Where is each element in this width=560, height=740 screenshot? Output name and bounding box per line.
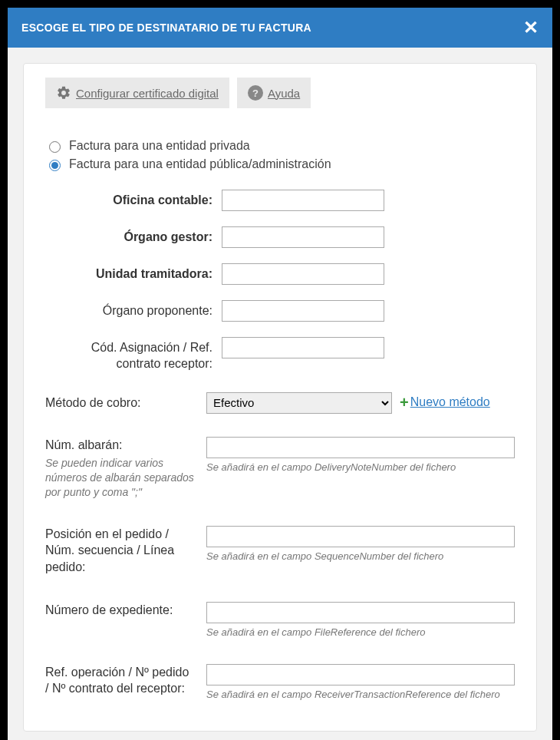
- posicion-input[interactable]: [206, 526, 515, 547]
- cod-asignacion-label: Cód. Asignación / Ref. contrato receptor…: [71, 337, 222, 372]
- modal-dialog: ESCOGE EL TIPO DE DESTINATARIO DE TU FAC…: [8, 8, 552, 740]
- cod-asignacion-input[interactable]: [222, 337, 384, 358]
- gear-icon: [56, 85, 71, 101]
- oficina-contable-input[interactable]: [222, 190, 384, 211]
- organo-gestor-input[interactable]: [222, 226, 384, 248]
- organo-proponente-label: Órgano proponente:: [71, 300, 222, 319]
- payment-method-label: Método de cobro:: [45, 395, 206, 411]
- radio-private-label: Factura para una entidad privada: [69, 139, 250, 153]
- organo-proponente-input[interactable]: [222, 300, 384, 322]
- main-panel: Configurar certificado digital ? Ayuda F…: [23, 63, 537, 732]
- expediente-label-col: Número de expediente:: [45, 602, 206, 619]
- ref-operacion-label-col: Ref. operación / Nº pedido / Nº contrato…: [45, 664, 206, 697]
- plus-icon: +: [400, 394, 409, 411]
- modal-title: ESCOGE EL TIPO DE DESTINATARIO DE TU FAC…: [21, 21, 311, 34]
- recipient-type-group: Factura para una entidad privada Factura…: [45, 139, 515, 171]
- ref-operacion-input[interactable]: [206, 664, 515, 685]
- radio-public-input[interactable]: [49, 160, 61, 171]
- expediente-hint: Se añadirá en el campo FileReference del…: [206, 626, 515, 638]
- radio-public-label: Factura para una entidad pública/adminis…: [69, 157, 331, 171]
- question-icon: ?: [248, 85, 263, 101]
- ref-operacion-hint: Se añadirá en el campo ReceiverTransacti…: [206, 689, 515, 700]
- oficina-contable-label: Oficina contable:: [71, 190, 222, 209]
- new-method-label: Nuevo método: [410, 395, 490, 408]
- configure-cert-button[interactable]: Configurar certificado digital: [45, 78, 229, 108]
- expediente-input[interactable]: [206, 602, 515, 623]
- albaran-input[interactable]: [206, 437, 515, 458]
- modal-header: ESCOGE EL TIPO DE DESTINATARIO DE TU FAC…: [8, 8, 552, 48]
- configure-cert-label: Configurar certificado digital: [76, 87, 219, 100]
- radio-private-entity[interactable]: Factura para una entidad privada: [45, 139, 515, 153]
- close-icon[interactable]: ✕: [523, 18, 539, 37]
- payment-method-select[interactable]: Efectivo: [206, 392, 392, 414]
- posicion-hint: Se añadirá en el campo SequenceNumber de…: [206, 550, 515, 562]
- help-label: Ayuda: [268, 87, 300, 100]
- posicion-label-col: Posición en el pedido / Núm. secuencia /…: [45, 526, 206, 576]
- radio-private-input[interactable]: [49, 141, 61, 153]
- unidad-tramitadora-label: Unidad tramitadora:: [71, 263, 222, 282]
- radio-public-entity[interactable]: Factura para una entidad pública/adminis…: [45, 157, 515, 171]
- unidad-tramitadora-input[interactable]: [222, 263, 384, 285]
- help-button[interactable]: ? Ayuda: [237, 78, 311, 108]
- organo-gestor-label: Órgano gestor:: [71, 226, 222, 246]
- new-payment-method-link[interactable]: +Nuevo método: [400, 394, 490, 411]
- albaran-label-col: Núm. albarán: Se pueden indicar varios n…: [45, 437, 206, 500]
- albaran-hint: Se añadirá en el campo DeliveryNoteNumbe…: [206, 461, 515, 473]
